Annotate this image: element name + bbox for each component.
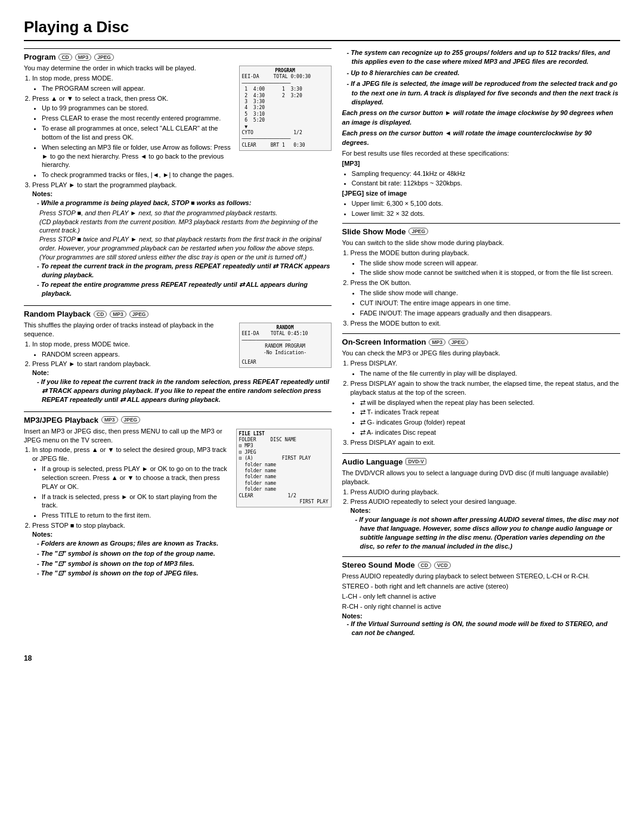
program-notes-label: Notes: [32,190,52,197]
program-badge-mp3: MP3 [75,54,91,61]
program-note1c: Press STOP ■ twice and PLAY ► next, so t… [32,235,332,262]
random-badge-mp3: MP3 [110,311,126,318]
audio-badge-dvd: DVD-V [405,458,426,465]
random-step2: Press PLAY ► to start random playback. [32,360,151,367]
stereo-sound-section: Stereo Sound Mode CD VCD Press AUDIO rep… [342,556,620,637]
program-step3: Press PLAY ► to start the programmed pla… [32,181,177,188]
jpeg-spec2: Lower limit: 32 × 32 dots. [352,209,620,218]
on-screen-badge-mp3: MP3 [429,339,445,346]
mp3-jpeg-note3: - The "⊡" symbol is shown on the top of … [37,559,332,568]
jpeg-spec1: Upper limit: 6,300 × 5,100 dots. [352,199,620,208]
slide-show-steps: Press the MODE button during playback. T… [342,249,620,328]
jpeg-spec-label: [JPEG] size of image [342,189,620,198]
on-screen-step2-sub1: ⇄ will be displayed when the repeat play… [360,398,620,407]
mp3-jpeg-note4: - The "⊡" symbol is shown on the top of … [37,569,332,578]
on-screen-step2-sub2: ⇄ T- indicates Track repeat [360,408,620,417]
mp3-jpeg-badge-jpeg: JPEG [121,416,141,423]
program-note1b: (CD playback restarts from the current p… [32,218,332,236]
stereo-intro: Press AUDIO repeatedly during playback t… [342,572,620,581]
stereo-note1: - If the Virtual Surround setting is ON,… [347,620,620,637]
slide-step1-sub1: The slide show mode screen will appear. [360,259,620,268]
mp3-jpeg-screen: FILE LIST FOLDER DISC NAME ⊡ MP3 ⊡ JPEG … [236,429,332,508]
on-screen-step2-sub3: ⇄ G- indicates Group (folder) repeat [360,418,620,427]
slide-step3: Press the MODE button to exit. [351,320,441,327]
program-title-text: Program [24,52,55,61]
program-section-title: Program CD MP3 JPEG [24,52,332,61]
program-section: Program CD MP3 JPEG PROGRAM EEI-DA TOTAL… [24,48,332,299]
on-screen-intro: You can check the MP3 or JPEG files duri… [342,349,620,358]
mp3-jpeg-section-title: MP3/JPEG Playback MP3 JPEG [24,416,332,425]
mp3-jpeg-step1-sub3: Press TITLE to return to the first item. [42,511,332,520]
on-screen-section: On-Screen Information MP3 JPEG You can c… [342,333,620,447]
program-step2: Press ▲ or ▼ to select a track, then pre… [32,95,168,102]
stereo-badge-cd: CD [418,562,431,569]
audio-language-title-text: Audio Language [342,457,403,466]
right-note4: Each press on the cursor button ► will r… [342,109,620,127]
program-note1a: Press STOP ■, and then PLAY ► next, so t… [32,209,332,218]
stereo-notes-label: Notes: [342,612,363,620]
slide-show-badge-jpeg: JPEG [408,228,428,235]
random-screen: RANDOM EEI-DA TOTAL 0:45:10 ────────────… [239,323,332,368]
best-results-intro: For best results use files recorded at t… [342,149,620,158]
slide-step2: Press the OK button. [351,279,411,286]
mp3-jpeg-title-text: MP3/JPEG Playback [24,416,98,425]
program-note2: - To repeat the current track in the pro… [37,262,332,280]
stereo-item1: STEREO - both right and left channels ar… [342,582,620,591]
stereo-sound-title: Stereo Sound Mode CD VCD [342,561,620,569]
program-badge-jpeg: JPEG [94,54,114,61]
right-note5: Each press on the cursor button ◄ will r… [342,129,620,147]
program-step1: In stop mode, press MODE. [32,75,113,82]
mp3-jpeg-section: MP3/JPEG Playback MP3 JPEG FILE LIST FOL… [24,411,332,580]
on-screen-step1: Press DISPLAY. [351,360,397,367]
random-note1: - If you like to repeat the current trac… [37,377,332,404]
on-screen-step3: Press DISPLAY again to exit. [351,439,435,446]
slide-step2-sub2: CUT IN/OUT: The entire image appears in … [360,299,620,308]
random-badge-jpeg: JPEG [129,311,149,318]
slide-step1-sub2: The slide show mode cannot be switched w… [360,268,620,277]
mp3-spec2: Constant bit rate: 112kbps ~ 320kbps. [352,179,620,188]
mp3-jpeg-note1: - Folders are known as Groups; files are… [37,539,332,548]
stereo-badge-vcd: VCD [434,562,451,569]
program-note1: - While a programme is being played back… [37,199,332,208]
on-screen-steps: Press DISPLAY. The name of the file curr… [342,359,620,447]
random-badge-cd: CD [94,311,107,318]
slide-step2-sub1: The slide show mode will change. [360,289,620,298]
mp3-jpeg-badge-mp3: MP3 [101,416,117,423]
slide-show-title-text: Slide Show Mode [342,227,406,236]
audio-note1: - If your language is not shown after pr… [355,515,620,550]
right-top-notes: - The system can recognize up to 255 gro… [342,48,620,218]
slide-show-intro: You can switch to the slide show mode du… [342,239,620,247]
on-screen-title: On-Screen Information MP3 JPEG [342,337,620,346]
on-screen-step2-sub4: ⇄ A- indicates Disc repeat [360,428,620,437]
mp3-jpeg-note2: - The "⊡" symbol is shown on the top of … [37,549,332,558]
on-screen-step2: Press DISPLAY again to show the track nu… [351,380,619,396]
audio-notes-label: Notes: [351,507,371,514]
on-screen-badge-jpeg: JPEG [448,339,468,346]
stereo-item2: L-CH - only left channel is active [342,592,620,601]
right-note2: - Up to 8 hierarchies can be created. [347,69,620,78]
audio-language-title: Audio Language DVD-V [342,457,620,466]
program-note3: - To repeat the entire programme press R… [37,280,332,298]
right-note3: - If a JPEG file is selected, the image … [347,79,620,107]
mp3-jpeg-notes-label: Notes: [32,531,52,538]
slide-show-section: Slide Show Mode JPEG You can switch to t… [342,223,620,328]
slide-show-title: Slide Show Mode JPEG [342,227,620,236]
audio-steps: Press AUDIO during playback. Press AUDIO… [342,488,620,551]
mp3-jpeg-step2: Press STOP ■ to stop playback. [32,522,125,529]
program-badge-cd: CD [58,54,72,61]
program-screen: PROGRAM EEI-DA TOTAL 0:00:30 ───────────… [239,66,332,151]
stereo-items: STEREO - both right and left channels ar… [342,582,620,611]
stereo-item3: R-CH - only right channel is active [342,602,620,611]
audio-intro: The DVD/VCR allows you to select a langu… [342,469,620,487]
audio-language-section: Audio Language DVD-V The DVD/VCR allows … [342,453,620,551]
audio-step2: Press AUDIO repeatedly to select your de… [351,498,517,505]
right-note1: - The system can recognize up to 255 gro… [347,48,620,67]
on-screen-step1-sub1: The name of the file currently in play w… [360,369,620,378]
slide-step2-sub3: FADE IN/OUT: The image appears gradually… [360,309,620,318]
random-step1: In stop mode, press MODE twice. [32,340,130,348]
random-note-label: Note: [32,369,49,376]
random-playback-section: Random Playback CD MP3 JPEG RANDOM EEI-D… [24,305,332,405]
audio-step1: Press AUDIO during playback. [351,488,439,496]
mp3-spec1: Sampling frequency: 44.1kHz or 48kHz [352,169,620,178]
mp3-jpeg-step1: In stop mode, press ▲ or ▼ to select the… [32,446,227,462]
